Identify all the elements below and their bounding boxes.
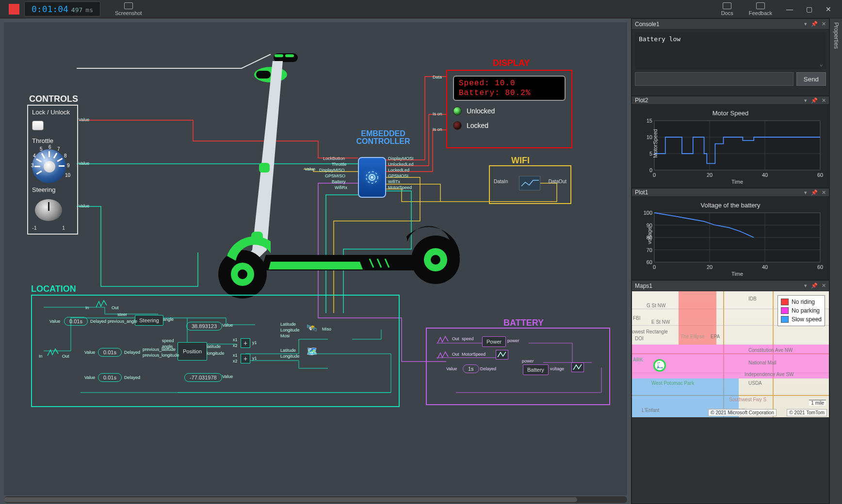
close-icon[interactable]: ✕: [822, 97, 826, 104]
plot2-chart[interactable]: 0510150204060MotorSpeedTime: [635, 118, 826, 185]
svg-text:100: 100: [644, 210, 652, 216]
maps-panel: Maps1 ▾📌✕ 🛴 G St NW IDB: [632, 280, 829, 504]
docs-label: Docs: [721, 10, 733, 16]
timer-ms: 497: [71, 6, 82, 14]
battery-node[interactable]: Battery: [523, 364, 549, 375]
unlocked-led-icon: [453, 107, 462, 115]
docs-button[interactable]: Docs: [721, 2, 733, 16]
locked-label: Locked: [467, 122, 488, 129]
window-restore-button[interactable]: ▢: [799, 2, 819, 16]
plot1-chart[interactable]: 607080901000204060voltageTime: [635, 210, 826, 277]
pin-icon[interactable]: 📌: [811, 283, 818, 289]
dropdown-icon[interactable]: ▾: [804, 97, 807, 104]
svg-text:15: 15: [647, 118, 652, 124]
steering-node[interactable]: Steering: [135, 315, 163, 326]
signal-icon: [47, 348, 59, 358]
screenshot-button[interactable]: Screenshot: [115, 2, 142, 16]
battery-region-label: BATTERY: [503, 318, 544, 328]
close-icon[interactable]: ✕: [822, 283, 826, 289]
battery-panel: Out speed Power power Out MotorSpeed Val…: [426, 328, 610, 405]
svg-point-20: [431, 255, 440, 265]
lock-unlock-toggle[interactable]: [32, 121, 44, 130]
throttle-knob[interactable]: [32, 149, 66, 183]
design-canvas[interactable]: 🔒: [0, 18, 632, 504]
display-ison2-port: Is on: [433, 127, 442, 132]
svg-text:Time: Time: [731, 271, 743, 277]
adder2-node[interactable]: +: [241, 354, 250, 363]
window-close-button[interactable]: ✕: [819, 2, 838, 16]
ec-port-gpsmosi: GPSMOSI: [388, 173, 408, 178]
chevron-down-icon[interactable]: ⌄: [819, 60, 823, 67]
locked-led-icon: [453, 121, 462, 130]
sparkline-node[interactable]: [496, 350, 508, 360]
svg-text:70: 70: [647, 247, 652, 253]
close-icon[interactable]: ✕: [822, 21, 826, 27]
steering-knob[interactable]: [35, 199, 62, 221]
delay2-node[interactable]: 0.01s: [98, 348, 122, 357]
svg-text:40: 40: [762, 264, 768, 270]
pin-icon[interactable]: 📌: [811, 21, 818, 27]
ec-port-displaymiso: DisplayMISO: [319, 168, 345, 173]
svg-text:0: 0: [653, 172, 656, 178]
timer-unit: ms: [85, 6, 93, 14]
feedback-label: Feedback: [749, 10, 772, 16]
dropdown-icon[interactable]: ▾: [804, 21, 807, 27]
feedback-button[interactable]: Feedback: [749, 2, 772, 16]
steering-label: Steering: [32, 186, 73, 193]
canvas-horizontal-scrollbar[interactable]: [4, 496, 627, 503]
wifi-datain-port: DataIn: [494, 179, 508, 184]
embedded-controller-block[interactable]: [358, 157, 386, 198]
adder1-node[interactable]: +: [241, 338, 250, 348]
stop-record-button[interactable]: [9, 4, 19, 15]
lock-unlock-label: Lock / Unlock: [32, 109, 73, 116]
svg-point-17: [238, 269, 247, 279]
throttle-value-port: Value: [79, 161, 89, 166]
wifi-dataout-port: DataOut: [549, 179, 567, 184]
sparkline-node[interactable]: [571, 362, 584, 372]
dropdown-icon[interactable]: ▾: [804, 189, 807, 196]
plot1-title: Plot1: [635, 189, 804, 196]
pin-icon[interactable]: 📌: [811, 97, 818, 104]
steering-value-port: Value: [79, 204, 89, 208]
properties-tab[interactable]: Properties: [829, 18, 842, 504]
map-view[interactable]: 🛴 G St NW IDB FBI E St NW owest Rectangl…: [632, 291, 829, 417]
svg-text:0: 0: [653, 264, 656, 270]
ec-value-left: Value: [305, 167, 315, 172]
svg-rect-2: [285, 54, 294, 57]
svg-text:MotorSpeed: MotorSpeed: [652, 129, 658, 158]
console-title: Console1: [635, 21, 804, 28]
power-node[interactable]: Power: [482, 336, 506, 347]
svg-rect-4: [256, 71, 271, 79]
battery-delay-node[interactable]: 1s: [463, 364, 479, 373]
ec-port-wifitx: WifiTx: [388, 179, 400, 184]
screenshot-label: Screenshot: [115, 10, 142, 16]
lcd-line1: Speed: 10.0: [459, 79, 560, 88]
wifi-node[interactable]: [519, 176, 540, 190]
display-panel: Speed: 10.0 Battery: 80.2% Unlocked Lock…: [446, 70, 572, 148]
ec-port-wifirx: WifiRx: [335, 185, 347, 190]
title-bar: 0:01:04 497 ms Screenshot Docs Feedback …: [0, 0, 842, 18]
latitude-value: 38.893123: [186, 322, 222, 331]
location-region-label: LOCATION: [31, 284, 76, 294]
pin-icon[interactable]: 📌: [811, 189, 818, 196]
close-icon[interactable]: ✕: [822, 189, 826, 196]
ec-port-unlockedled: UnlockedLed: [388, 162, 414, 167]
ec-port-motorspeed: MotorSpeed: [388, 185, 412, 190]
map-credit-ms: © 2021 Microsoft Corporation: [708, 409, 777, 416]
wifi-region-label: WIFI: [511, 156, 530, 166]
dropdown-icon[interactable]: ▾: [804, 283, 807, 289]
svg-text:Time: Time: [731, 179, 743, 185]
embedded-controller-label: EMBEDDED CONTROLLER: [344, 130, 422, 145]
ec-port-displaymosi: DisplayMOSI: [388, 156, 414, 161]
delay1-node[interactable]: 0.01s: [64, 317, 88, 326]
send-button[interactable]: Send: [796, 72, 826, 86]
svg-point-23: [371, 176, 373, 179]
position-node[interactable]: Position: [178, 342, 207, 361]
lcd-screen: Speed: 10.0 Battery: 80.2%: [453, 76, 566, 101]
svg-text:20: 20: [707, 264, 712, 270]
plot1-panel: Plot1 ▾📌✕ Voltage of the battery 6070809…: [632, 188, 829, 280]
delay3-node[interactable]: 0.01s: [98, 373, 122, 382]
plot2-title: Plot2: [635, 97, 804, 104]
console-input[interactable]: [635, 72, 793, 86]
window-minimize-button[interactable]: —: [780, 2, 799, 16]
